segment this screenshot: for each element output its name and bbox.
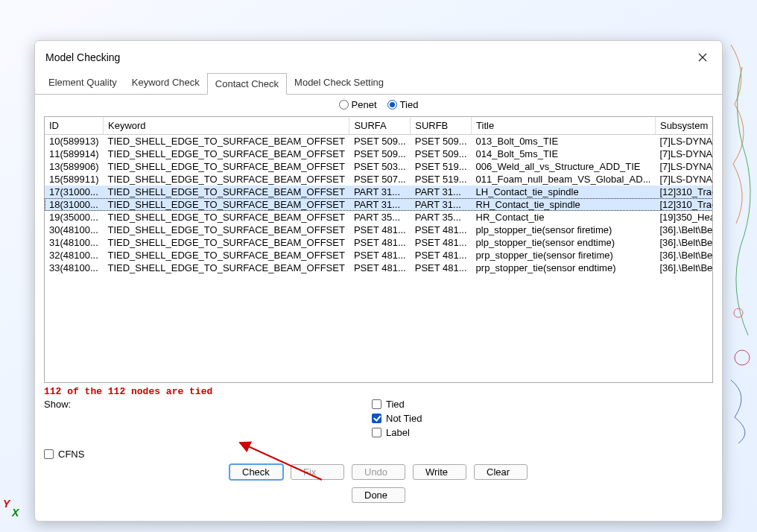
axis-x-label: X <box>12 507 19 519</box>
col-surfb[interactable]: SURFB <box>411 117 472 135</box>
cell-sfa: PART 35... <box>349 211 411 224</box>
cell-sub: [19]350_Headre... <box>655 211 713 224</box>
cell-kw: TIED_SHELL_EDGE_TO_SURFACE_BEAM_OFFSET <box>104 262 349 274</box>
cell-sub: [36].\Belt\Belt_... <box>655 236 713 249</box>
cell-sub: [12]310_Track_... <box>655 198 713 211</box>
cell-title: 006_Weld_all_vs_Structure_ADD_TIE <box>472 160 656 173</box>
cell-title: 011_Foam_null_beam_VS_Global_AD... <box>472 173 656 186</box>
table-row[interactable]: 15(589911)TIED_SHELL_EDGE_TO_SURFACE_BEA… <box>45 173 713 186</box>
table-row[interactable]: 10(589913)TIED_SHELL_EDGE_TO_SURFACE_BEA… <box>45 135 713 148</box>
cell-sub: [36].\Belt\Belt_... <box>655 224 713 236</box>
undo-button[interactable]: Undo <box>352 464 405 480</box>
radio-tied[interactable]: Tied <box>387 99 419 110</box>
checkbox-not-tied[interactable]: Not Tied <box>372 413 422 424</box>
cell-sfb: PSET 481... <box>411 236 472 249</box>
titlebar: Model Checking <box>35 41 722 72</box>
cell-title: plp_stopper_tie(sensor endtime) <box>472 236 656 249</box>
col-surfa[interactable]: SURFA <box>349 117 411 135</box>
check-button[interactable]: Check <box>229 464 283 480</box>
clear-button[interactable]: Clear <box>474 464 528 480</box>
checkbox-label[interactable]: Label <box>372 427 422 438</box>
axis-y-label: Y <box>3 498 10 510</box>
col-title[interactable]: Title <box>472 117 656 135</box>
cell-sfa: PSET 507... <box>349 173 411 186</box>
cell-sfb: PSET 519... <box>411 160 472 173</box>
cell-kw: TIED_SHELL_EDGE_TO_SURFACE_BEAM_OFFSET <box>104 148 349 160</box>
tab-element-quality[interactable]: Element Quality <box>41 72 124 94</box>
checkbox-tied[interactable]: Tied <box>372 399 422 410</box>
cell-kw: TIED_SHELL_EDGE_TO_SURFACE_BEAM_OFFSET <box>104 249 349 262</box>
table-row[interactable]: 18(31000...TIED_SHELL_EDGE_TO_SURFACE_BE… <box>45 198 713 211</box>
svg-point-1 <box>734 308 743 317</box>
checkbox-icon <box>372 399 381 409</box>
radio-icon <box>339 100 349 110</box>
cell-sfa: PART 31... <box>349 186 411 198</box>
done-button[interactable]: Done <box>352 487 405 503</box>
show-label: Show: <box>44 399 372 410</box>
col-keyword[interactable]: Keyword <box>104 117 349 135</box>
cell-id: 31(48100... <box>45 236 104 249</box>
cell-sfb: PART 31... <box>411 198 472 211</box>
col-id[interactable]: ID <box>45 117 104 135</box>
table-row[interactable]: 32(48100...TIED_SHELL_EDGE_TO_SURFACE_BE… <box>45 249 713 262</box>
close-icon <box>698 53 707 62</box>
table-row[interactable]: 11(589914)TIED_SHELL_EDGE_TO_SURFACE_BEA… <box>45 148 713 160</box>
checkbox-icon <box>44 449 54 459</box>
cell-sub: [36].\Belt\Belt_... <box>655 249 713 262</box>
cell-sfa: PSET 509... <box>349 135 411 148</box>
dialog-title: Model Checking <box>45 51 694 63</box>
cell-sfb: PART 31... <box>411 186 472 198</box>
cell-sfa: PSET 481... <box>349 262 411 274</box>
cell-id: 17(31000... <box>45 186 104 198</box>
table-row[interactable]: 30(48100...TIED_SHELL_EDGE_TO_SURFACE_BE… <box>45 224 713 236</box>
table-row[interactable]: 17(31000...TIED_SHELL_EDGE_TO_SURFACE_BE… <box>45 186 713 198</box>
cell-sub: [36].\Belt\Belt_... <box>655 262 713 274</box>
cell-id: 32(48100... <box>45 249 104 262</box>
radio-penet[interactable]: Penet <box>339 99 377 110</box>
checkbox-icon <box>372 414 381 423</box>
checkbox-label-label: Label <box>386 427 410 438</box>
checkbox-cfns-label: CFNS <box>58 449 84 460</box>
cell-title: RH_Contact_tie_spindle <box>472 198 656 211</box>
cell-sfa: PART 31... <box>349 198 411 211</box>
cell-sfa: PSET 481... <box>349 236 411 249</box>
cell-sub: [7]LS-DYNA_con... <box>655 173 713 186</box>
cell-title: HR_Contact_tie <box>472 211 656 224</box>
table-row[interactable]: 33(48100...TIED_SHELL_EDGE_TO_SURFACE_BE… <box>45 262 713 274</box>
write-button[interactable]: Write <box>413 464 466 480</box>
cell-title: LH_Contact_tie_spindle <box>472 186 656 198</box>
cell-kw: TIED_SHELL_EDGE_TO_SURFACE_BEAM_OFFSET <box>104 236 349 249</box>
cell-sfa: PSET 509... <box>349 148 411 160</box>
checkbox-cfns[interactable]: CFNS <box>44 449 713 460</box>
button-row: Check Fix Undo Write Clear <box>35 464 722 480</box>
cell-id: 15(589911) <box>45 173 104 186</box>
radio-icon <box>387 100 397 110</box>
fix-button[interactable]: Fix <box>291 464 344 480</box>
cell-sfb: PSET 509... <box>411 135 472 148</box>
radio-tied-label: Tied <box>400 99 419 110</box>
contact-table[interactable]: ID Keyword SURFA SURFB Title Subsystem 1… <box>44 116 713 383</box>
cell-id: 33(48100... <box>45 262 104 274</box>
cell-kw: TIED_SHELL_EDGE_TO_SURFACE_BEAM_OFFSET <box>104 135 349 148</box>
cell-sub: [12]310_Track_... <box>655 186 713 198</box>
cell-sfb: PSET 519... <box>411 173 472 186</box>
checkbox-not-tied-label: Not Tied <box>386 413 422 424</box>
table-row[interactable]: 13(589906)TIED_SHELL_EDGE_TO_SURFACE_BEA… <box>45 160 713 173</box>
table-header-row[interactable]: ID Keyword SURFA SURFB Title Subsystem <box>45 117 713 135</box>
cell-id: 10(589913) <box>45 135 104 148</box>
canvas-decoration <box>727 30 757 447</box>
table-row[interactable]: 19(35000...TIED_SHELL_EDGE_TO_SURFACE_BE… <box>45 211 713 224</box>
col-subsystem[interactable]: Subsystem <box>655 117 713 135</box>
tab-model-check-setting[interactable]: Model Check Setting <box>287 72 391 94</box>
cell-sfb: PART 35... <box>411 211 472 224</box>
cell-sub: [7]LS-DYNA_con... <box>655 135 713 148</box>
tab-contact-check[interactable]: Contact Check <box>207 73 287 95</box>
cell-sfa: PSET 481... <box>349 224 411 236</box>
cell-sfb: PSET 481... <box>411 262 472 274</box>
cell-id: 18(31000... <box>45 198 104 211</box>
cell-title: 013_Bolt_0ms_TIE <box>472 135 656 148</box>
table-row[interactable]: 31(48100...TIED_SHELL_EDGE_TO_SURFACE_BE… <box>45 236 713 249</box>
cell-sub: [7]LS-DYNA_con... <box>655 160 713 173</box>
close-button[interactable] <box>694 48 712 66</box>
tab-keyword-check[interactable]: Keyword Check <box>124 72 207 94</box>
